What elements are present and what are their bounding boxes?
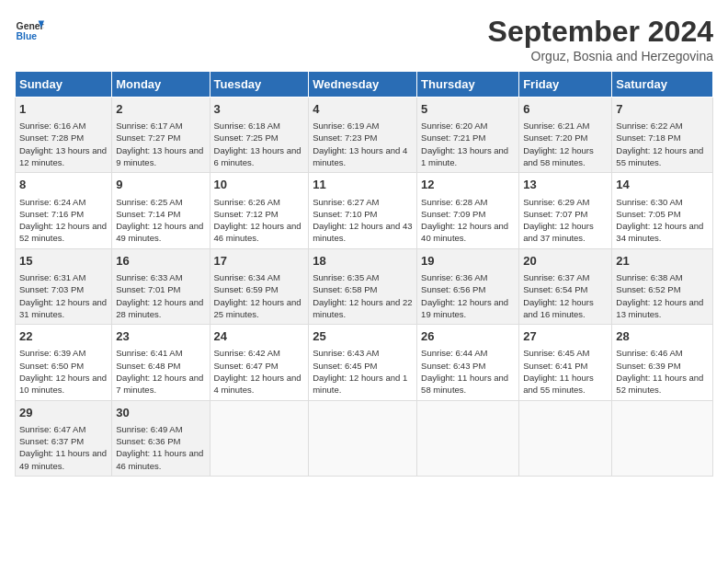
day-number: 4 [313, 101, 413, 118]
calendar-cell: 6Sunrise: 6:21 AMSunset: 7:20 PMDaylight… [519, 98, 612, 173]
cell-info: Sunrise: 6:46 AMSunset: 6:39 PMDaylight:… [616, 347, 709, 396]
day-number: 8 [19, 177, 108, 193]
calendar-cell: 23Sunrise: 6:41 AMSunset: 6:48 PMDayligh… [112, 325, 210, 400]
day-number: 10 [214, 177, 305, 193]
day-number: 19 [421, 253, 515, 270]
day-header-friday: Friday [519, 72, 612, 98]
day-header-wednesday: Wednesday [309, 72, 417, 98]
cell-info: Sunrise: 6:18 AMSunset: 7:25 PMDaylight:… [214, 120, 305, 168]
day-header-tuesday: Tuesday [210, 72, 309, 98]
cell-info: Sunrise: 6:27 AMSunset: 7:10 PMDaylight:… [313, 196, 413, 245]
day-number: 18 [313, 253, 413, 270]
calendar-cell: 14Sunrise: 6:30 AMSunset: 7:05 PMDayligh… [612, 173, 713, 248]
calendar-cell: 11Sunrise: 6:27 AMSunset: 7:10 PMDayligh… [309, 173, 417, 248]
svg-text:Blue: Blue [17, 31, 38, 41]
cell-info: Sunrise: 6:41 AMSunset: 6:48 PMDaylight:… [116, 347, 205, 396]
calendar-cell: 26Sunrise: 6:44 AMSunset: 6:43 PMDayligh… [417, 325, 519, 400]
calendar-cell: 27Sunrise: 6:45 AMSunset: 6:41 PMDayligh… [519, 325, 612, 400]
calendar-cell: 15Sunrise: 6:31 AMSunset: 7:03 PMDayligh… [16, 248, 112, 324]
calendar-cell: 5Sunrise: 6:20 AMSunset: 7:21 PMDaylight… [417, 98, 519, 173]
week-row-3: 15Sunrise: 6:31 AMSunset: 7:03 PMDayligh… [16, 248, 713, 324]
month-title: September 2024 [488, 15, 713, 49]
day-number: 24 [214, 328, 305, 345]
cell-info: Sunrise: 6:17 AMSunset: 7:27 PMDaylight:… [116, 120, 205, 168]
cell-info: Sunrise: 6:30 AMSunset: 7:05 PMDaylight:… [616, 196, 709, 245]
day-number: 1 [19, 101, 108, 118]
cell-info: Sunrise: 6:16 AMSunset: 7:28 PMDaylight:… [19, 120, 108, 168]
calendar-cell: 25Sunrise: 6:43 AMSunset: 6:45 PMDayligh… [309, 325, 417, 400]
logo-icon: General Blue [15, 15, 44, 44]
day-number: 22 [19, 328, 108, 345]
week-row-5: 29Sunrise: 6:47 AMSunset: 6:37 PMDayligh… [16, 400, 713, 476]
cell-info: Sunrise: 6:21 AMSunset: 7:20 PMDaylight:… [523, 120, 608, 168]
cell-info: Sunrise: 6:35 AMSunset: 6:58 PMDaylight:… [313, 271, 413, 320]
day-number: 12 [421, 177, 515, 193]
cell-info: Sunrise: 6:49 AMSunset: 6:36 PMDaylight:… [116, 423, 205, 472]
cell-info: Sunrise: 6:34 AMSunset: 6:59 PMDaylight:… [214, 271, 305, 320]
cell-info: Sunrise: 6:37 AMSunset: 6:54 PMDaylight:… [523, 271, 608, 320]
calendar-cell [309, 400, 417, 476]
cell-info: Sunrise: 6:47 AMSunset: 6:37 PMDaylight:… [19, 423, 108, 472]
day-number: 29 [19, 405, 108, 421]
cell-info: Sunrise: 6:19 AMSunset: 7:23 PMDaylight:… [313, 120, 413, 168]
day-number: 27 [523, 328, 608, 345]
cell-info: Sunrise: 6:29 AMSunset: 7:07 PMDaylight:… [523, 196, 608, 245]
cell-info: Sunrise: 6:24 AMSunset: 7:16 PMDaylight:… [19, 196, 108, 245]
day-number: 15 [19, 253, 108, 270]
week-row-4: 22Sunrise: 6:39 AMSunset: 6:50 PMDayligh… [16, 325, 713, 400]
title-section: September 2024 Orguz, Bosnia and Herzego… [488, 15, 713, 63]
day-header-sunday: Sunday [16, 72, 112, 98]
day-number: 30 [116, 405, 205, 421]
logo: General Blue [15, 15, 44, 44]
day-number: 25 [313, 328, 413, 345]
calendar-cell: 17Sunrise: 6:34 AMSunset: 6:59 PMDayligh… [210, 248, 309, 324]
cell-info: Sunrise: 6:22 AMSunset: 7:18 PMDaylight:… [616, 120, 709, 168]
calendar-cell [612, 400, 713, 476]
calendar-cell [210, 400, 309, 476]
cell-info: Sunrise: 6:45 AMSunset: 6:41 PMDaylight:… [523, 347, 608, 396]
calendar-cell: 24Sunrise: 6:42 AMSunset: 6:47 PMDayligh… [210, 325, 309, 400]
calendar-cell: 7Sunrise: 6:22 AMSunset: 7:18 PMDaylight… [612, 98, 713, 173]
day-header-monday: Monday [112, 72, 210, 98]
day-number: 3 [214, 101, 305, 118]
day-number: 9 [116, 177, 205, 193]
cell-info: Sunrise: 6:39 AMSunset: 6:50 PMDaylight:… [19, 347, 108, 396]
header-row: SundayMondayTuesdayWednesdayThursdayFrid… [16, 72, 713, 98]
calendar-cell: 1Sunrise: 6:16 AMSunset: 7:28 PMDaylight… [16, 98, 112, 173]
calendar-cell: 4Sunrise: 6:19 AMSunset: 7:23 PMDaylight… [309, 98, 417, 173]
cell-info: Sunrise: 6:28 AMSunset: 7:09 PMDaylight:… [421, 196, 515, 245]
calendar-cell: 13Sunrise: 6:29 AMSunset: 7:07 PMDayligh… [519, 173, 612, 248]
day-number: 13 [523, 177, 608, 193]
calendar-cell: 18Sunrise: 6:35 AMSunset: 6:58 PMDayligh… [309, 248, 417, 324]
day-number: 6 [523, 101, 608, 118]
cell-info: Sunrise: 6:26 AMSunset: 7:12 PMDaylight:… [214, 196, 305, 245]
calendar-cell: 30Sunrise: 6:49 AMSunset: 6:36 PMDayligh… [112, 400, 210, 476]
day-number: 23 [116, 328, 205, 345]
day-number: 20 [523, 253, 608, 270]
calendar-cell: 29Sunrise: 6:47 AMSunset: 6:37 PMDayligh… [16, 400, 112, 476]
day-number: 16 [116, 253, 205, 270]
calendar-cell: 16Sunrise: 6:33 AMSunset: 7:01 PMDayligh… [112, 248, 210, 324]
calendar-cell: 3Sunrise: 6:18 AMSunset: 7:25 PMDaylight… [210, 98, 309, 173]
calendar-cell: 22Sunrise: 6:39 AMSunset: 6:50 PMDayligh… [16, 325, 112, 400]
day-header-thursday: Thursday [417, 72, 519, 98]
calendar-cell: 10Sunrise: 6:26 AMSunset: 7:12 PMDayligh… [210, 173, 309, 248]
day-number: 26 [421, 328, 515, 345]
day-number: 5 [421, 101, 515, 118]
calendar-cell: 8Sunrise: 6:24 AMSunset: 7:16 PMDaylight… [16, 173, 112, 248]
cell-info: Sunrise: 6:42 AMSunset: 6:47 PMDaylight:… [214, 347, 305, 396]
cell-info: Sunrise: 6:38 AMSunset: 6:52 PMDaylight:… [616, 271, 709, 320]
cell-info: Sunrise: 6:33 AMSunset: 7:01 PMDaylight:… [116, 271, 205, 320]
subtitle: Orguz, Bosnia and Herzegovina [488, 49, 713, 63]
cell-info: Sunrise: 6:20 AMSunset: 7:21 PMDaylight:… [421, 120, 515, 168]
day-header-saturday: Saturday [612, 72, 713, 98]
week-row-1: 1Sunrise: 6:16 AMSunset: 7:28 PMDaylight… [16, 98, 713, 173]
cell-info: Sunrise: 6:36 AMSunset: 6:56 PMDaylight:… [421, 271, 515, 320]
day-number: 14 [616, 177, 709, 193]
day-number: 28 [616, 328, 709, 345]
cell-info: Sunrise: 6:44 AMSunset: 6:43 PMDaylight:… [421, 347, 515, 396]
day-number: 7 [616, 101, 709, 118]
day-number: 21 [616, 253, 709, 270]
calendar-cell [519, 400, 612, 476]
calendar-cell: 2Sunrise: 6:17 AMSunset: 7:27 PMDaylight… [112, 98, 210, 173]
